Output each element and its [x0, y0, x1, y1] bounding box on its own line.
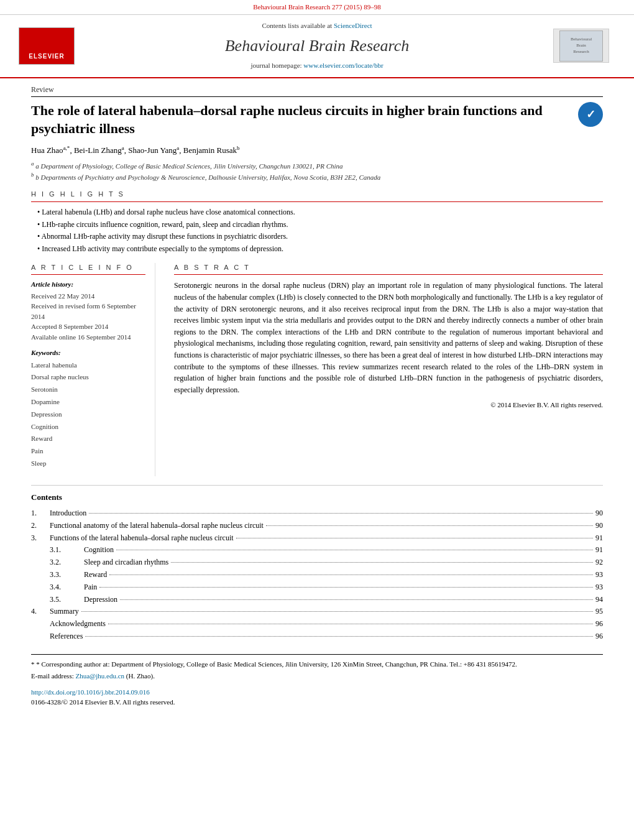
keyword-8: Pain	[31, 445, 145, 458]
toc-item-3-3: 3.3. Reward 93	[31, 570, 603, 580]
footer-email-line: E-mail address: Zhua@jhu.edu.cn (H. Zhao…	[31, 672, 603, 681]
affiliations: a a Department of Physiology, College of…	[31, 160, 603, 182]
review-label: Review	[31, 85, 603, 98]
toc-item-1: 1. Introduction 90	[31, 508, 603, 519]
toc-item-2: 2. Functional anatomy of the lateral hab…	[31, 520, 603, 531]
abstract-text: Serotonergic neurons in the dorsal raphe…	[174, 280, 603, 395]
journal-thumb: BehaviouralBrainResearch	[553, 29, 609, 63]
top-banner: Behavioural Brain Research 277 (2015) 89…	[0, 0, 634, 15]
two-column-section: A R T I C L E I N F O Article history: R…	[31, 263, 603, 476]
history-label: Article history:	[31, 280, 145, 289]
highlight-4: Increased LHb activity may contribute es…	[37, 244, 603, 254]
affiliation-b: b b Departments of Psychiatry and Psycho…	[31, 171, 603, 182]
footer-issn: 0166-4328/© 2014 Elsevier B.V. All right…	[31, 698, 603, 707]
available-value: Available online 16 September 2014	[31, 332, 145, 343]
toc-item-3-4: 3.4. Pain 93	[31, 582, 603, 593]
crossmark-badge[interactable]: ✓	[578, 102, 603, 127]
abstract-column: A B S T R A C T Serotonergic neurons in …	[174, 263, 603, 476]
highlight-3: Abnormal LHb-raphe activity may disrupt …	[37, 231, 603, 242]
author-hua: Hua Zhaoa,*, Bei-Lin Zhanga, Shao-Jun Ya…	[31, 145, 240, 155]
banner-text: Behavioural Brain Research 277 (2015) 89…	[253, 3, 381, 11]
accepted-value: Accepted 8 September 2014	[31, 321, 145, 332]
elsevier-logo-container: ELSEVIER	[19, 27, 81, 65]
highlights-header: H I G H L I G H T S	[31, 190, 603, 201]
keyword-4: Dopamine	[31, 396, 145, 408]
keyword-5: Depression	[31, 408, 145, 421]
journal-center-info: Contents lists available at ScienceDirec…	[81, 21, 553, 70]
keyword-7: Reward	[31, 433, 145, 445]
abstract-header: A B S T R A C T	[174, 263, 603, 275]
article-history-block: Article history: Received 22 May 2014 Re…	[31, 280, 145, 342]
homepage-link[interactable]: www.elsevier.com/locate/bbr	[303, 62, 383, 69]
article-title-row: The role of lateral habenula–dorsal raph…	[31, 102, 603, 137]
keyword-3: Serotonin	[31, 384, 145, 396]
doi-link[interactable]: http://dx.doi.org/10.1016/j.bbr.2014.09.…	[31, 688, 150, 696]
contents-title: Contents	[31, 492, 603, 503]
sciencedirect-link[interactable]: ScienceDirect	[334, 22, 372, 29]
toc-item-3: 3. Functions of the lateral habenula–dor…	[31, 533, 603, 543]
article-title: The role of lateral habenula–dorsal raph…	[31, 102, 578, 137]
thumb-image: BehaviouralBrainResearch	[559, 30, 603, 62]
toc-item-ref: References 96	[31, 631, 603, 642]
keyword-6: Cognition	[31, 421, 145, 433]
keywords-label: Keywords:	[31, 348, 145, 358]
contents-line: Contents lists available at ScienceDirec…	[81, 21, 553, 30]
authors-line: Hua Zhaoa,*, Bei-Lin Zhanga, Shao-Jun Ya…	[31, 144, 603, 157]
elsevier-logo: ELSEVIER	[19, 27, 75, 65]
highlight-1: Lateral habenula (LHb) and dorsal raphe …	[37, 207, 603, 218]
footer-corresponding: * * Corresponding author at: Department …	[31, 660, 603, 669]
article-info-column: A R T I C L E I N F O Article history: R…	[31, 263, 155, 476]
contents-section: Contents 1. Introduction 90 2. Functiona…	[31, 485, 603, 642]
journal-header: ELSEVIER Contents lists available at Sci…	[0, 15, 634, 78]
revised-value: Received in revised form 6 September 201…	[31, 301, 145, 321]
received-value: Received 22 May 2014	[31, 291, 145, 302]
right-logo: BehaviouralBrainResearch	[553, 29, 615, 63]
toc-item-3-1: 3.1. Cognition 91	[31, 545, 603, 555]
footer-email-link[interactable]: Zhua@jhu.edu.cn	[75, 672, 124, 680]
highlights-list: Lateral habenula (LHb) and dorsal raphe …	[31, 207, 603, 254]
main-content: Review The role of lateral habenula–dors…	[0, 78, 634, 720]
highlight-2: LHb-raphe circuits influence cognition, …	[37, 219, 603, 230]
keywords-block: Keywords: Lateral habenula Dorsal raphe …	[31, 348, 145, 470]
toc-item-4: 4. Summary 95	[31, 606, 603, 617]
footer-section: * * Corresponding author at: Department …	[31, 654, 603, 707]
article-info-header: A R T I C L E I N F O	[31, 263, 145, 275]
keyword-1: Lateral habenula	[31, 359, 145, 372]
keyword-2: Dorsal raphe nucleus	[31, 371, 145, 384]
toc-item-ack: Acknowledgments 96	[31, 619, 603, 629]
keyword-9: Sleep	[31, 458, 145, 470]
toc-item-3-2: 3.2. Sleep and circadian rhythms 92	[31, 557, 603, 568]
toc-item-3-5: 3.5. Depression 94	[31, 594, 603, 605]
homepage-line: journal homepage: www.elsevier.com/locat…	[81, 61, 553, 70]
affiliation-a: a a Department of Physiology, College of…	[31, 160, 603, 171]
journal-title: Behavioural Brain Research	[81, 35, 553, 57]
page-wrapper: Behavioural Brain Research 277 (2015) 89…	[0, 0, 634, 719]
keywords-list: Lateral habenula Dorsal raphe nucleus Se…	[31, 359, 145, 470]
abstract-copyright: © 2014 Elsevier B.V. All rights reserved…	[174, 400, 603, 410]
elsevier-logo-text: ELSEVIER	[29, 52, 64, 61]
